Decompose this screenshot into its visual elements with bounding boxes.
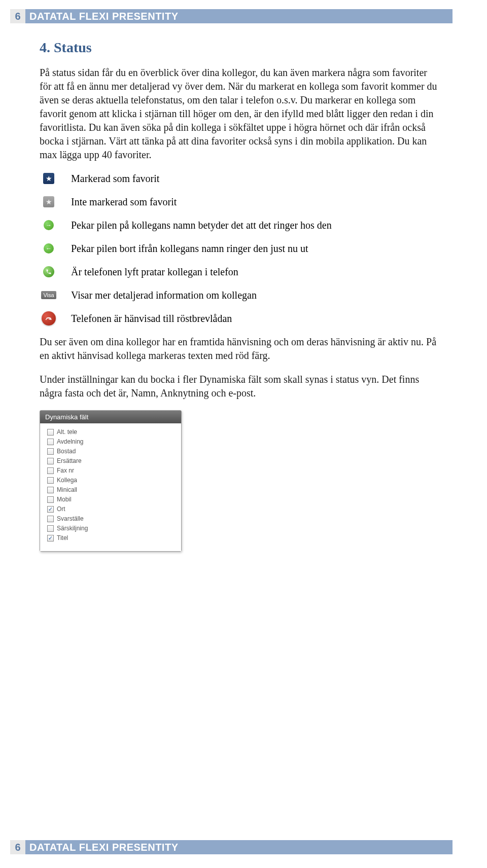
- checkbox-icon[interactable]: [47, 496, 54, 503]
- star-empty-icon: ★: [43, 196, 54, 207]
- legend-row: Visa Visar mer detaljerad information om…: [40, 288, 440, 302]
- page-header: 6 DATATAL FLEXI PRESENTITY: [10, 9, 453, 23]
- legend-label: Visar mer detaljerad information om koll…: [71, 288, 257, 302]
- icon-legend: ★ Markerad som favorit ★ Inte markerad s…: [40, 172, 440, 325]
- panel-body: Alt. teleAvdelningBostadErsättareFax nrK…: [40, 423, 181, 551]
- checkbox-label: Minicall: [57, 486, 77, 493]
- checkbox-icon[interactable]: ✓: [47, 506, 54, 513]
- phone-active-icon: [43, 266, 54, 277]
- main-content: 4. Status På status sidan får du en över…: [40, 40, 440, 552]
- dynamic-fields-panel: Dynamiska fält Alt. teleAvdelningBostadE…: [40, 410, 182, 552]
- checkbox-icon[interactable]: [47, 487, 54, 493]
- checkbox-row[interactable]: Ersättare: [47, 457, 174, 464]
- checkbox-icon[interactable]: [47, 429, 54, 436]
- section-heading: 4. Status: [40, 40, 440, 56]
- legend-row: Telefonen är hänvisad till röstbrevlådan: [40, 312, 440, 325]
- checkbox-icon[interactable]: [47, 477, 54, 484]
- checkbox-label: Särskiljning: [57, 525, 88, 532]
- legend-label: Pekar pilen bort ifrån kollegans namn ri…: [71, 242, 308, 255]
- checkbox-icon[interactable]: ✓: [47, 535, 54, 541]
- checkbox-label: Alt. tele: [57, 428, 77, 436]
- checkbox-icon[interactable]: [47, 467, 54, 474]
- checkbox-row[interactable]: Svarställe: [47, 515, 174, 522]
- page-number-bottom: 6: [10, 840, 25, 854]
- paragraph-3: Under inställningar kan du bocka i fler …: [40, 373, 440, 400]
- arrow-out-icon: ←: [44, 243, 54, 254]
- checkbox-row[interactable]: ✓Ort: [47, 505, 174, 513]
- checkbox-label: Titel: [57, 534, 68, 541]
- legend-row: ★ Inte markerad som favorit: [40, 195, 440, 208]
- checkbox-icon[interactable]: [47, 458, 54, 464]
- legend-label: Inte markerad som favorit: [71, 195, 177, 208]
- checkbox-icon[interactable]: [47, 448, 54, 455]
- checkbox-row[interactable]: ✓Titel: [47, 534, 174, 541]
- checkbox-label: Kollega: [57, 477, 77, 484]
- legend-label: Telefonen är hänvisad till röstbrevlådan: [71, 312, 232, 325]
- checkbox-label: Mobil: [57, 496, 72, 503]
- checkbox-icon[interactable]: [47, 439, 54, 445]
- page-number-top: 6: [10, 9, 25, 23]
- panel-title: Dynamiska fält: [40, 411, 181, 423]
- checkbox-label: Ort: [57, 505, 65, 513]
- legend-label: Pekar pilen på kollegans namn betyder de…: [71, 219, 332, 232]
- legend-row: ★ Markerad som favorit: [40, 172, 440, 185]
- page-title-bottom: DATATAL FLEXI PRESENTITY: [25, 840, 453, 854]
- star-filled-icon: ★: [43, 173, 54, 184]
- legend-label: Markerad som favorit: [71, 172, 159, 185]
- checkbox-label: Avdelning: [57, 438, 84, 445]
- checkbox-row[interactable]: Kollega: [47, 477, 174, 484]
- paragraph-1: På status sidan får du en överblick över…: [40, 66, 440, 162]
- checkbox-icon[interactable]: [47, 516, 54, 522]
- paragraph-2: Du ser även om dina kollegor har en fram…: [40, 335, 440, 363]
- checkbox-label: Fax nr: [57, 467, 74, 474]
- checkbox-label: Ersättare: [57, 457, 82, 464]
- checkbox-label: Bostad: [57, 448, 76, 455]
- page-title-top: DATATAL FLEXI PRESENTITY: [25, 9, 453, 23]
- page-footer: 6 DATATAL FLEXI PRESENTITY: [10, 840, 453, 854]
- checkbox-row[interactable]: Bostad: [47, 448, 174, 455]
- legend-row: Är telefonen lyft pratar kollegan i tele…: [40, 265, 440, 278]
- visa-button-icon: Visa: [41, 291, 56, 299]
- checkbox-label: Svarställe: [57, 515, 84, 522]
- checkbox-row[interactable]: Alt. tele: [47, 428, 174, 436]
- legend-row: ← Pekar pilen bort ifrån kollegans namn …: [40, 242, 440, 255]
- legend-label: Är telefonen lyft pratar kollegan i tele…: [71, 265, 238, 278]
- checkbox-row[interactable]: Fax nr: [47, 467, 174, 474]
- arrow-in-icon: →: [44, 220, 54, 230]
- checkbox-row[interactable]: Mobil: [47, 496, 174, 503]
- checkbox-row[interactable]: Minicall: [47, 486, 174, 493]
- checkbox-icon[interactable]: [47, 525, 54, 532]
- checkbox-row[interactable]: Särskiljning: [47, 525, 174, 532]
- legend-row: → Pekar pilen på kollegans namn betyder …: [40, 219, 440, 232]
- phone-voicemail-icon: [42, 311, 56, 326]
- checkbox-row[interactable]: Avdelning: [47, 438, 174, 445]
